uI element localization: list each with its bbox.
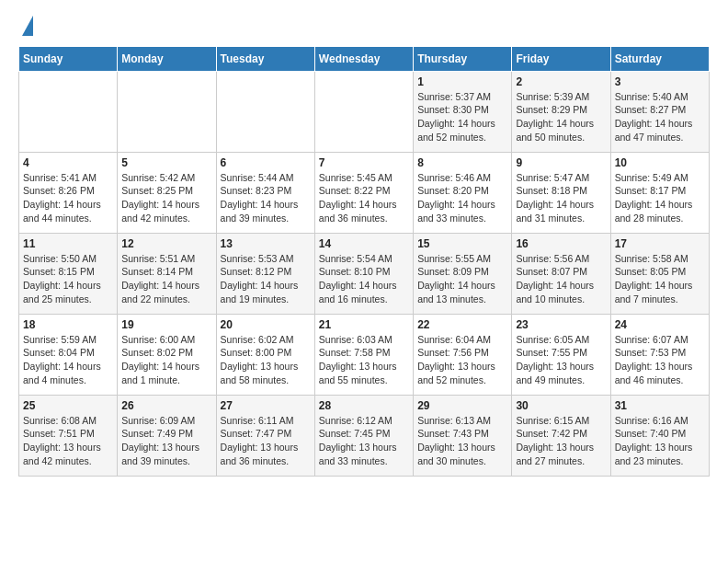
calendar-cell: [19, 71, 118, 152]
calendar-header-row: SundayMondayTuesdayWednesdayThursdayFrid…: [19, 46, 710, 71]
day-info: Sunrise: 5:47 AM Sunset: 8:18 PM Dayligh…: [516, 171, 606, 225]
calendar-cell: 10Sunrise: 5:49 AM Sunset: 8:17 PM Dayli…: [610, 152, 709, 233]
column-header-wednesday: Wednesday: [314, 46, 413, 71]
column-header-tuesday: Tuesday: [216, 46, 314, 71]
day-number: 12: [121, 237, 211, 250]
column-header-monday: Monday: [118, 46, 216, 71]
day-info: Sunrise: 6:02 AM Sunset: 8:00 PM Dayligh…: [221, 333, 311, 387]
day-info: Sunrise: 6:07 AM Sunset: 7:53 PM Dayligh…: [615, 333, 705, 387]
day-info: Sunrise: 5:54 AM Sunset: 8:10 PM Dayligh…: [319, 252, 409, 306]
day-number: 24: [615, 318, 705, 331]
day-info: Sunrise: 5:45 AM Sunset: 8:22 PM Dayligh…: [319, 171, 409, 225]
column-header-thursday: Thursday: [414, 46, 512, 71]
day-number: 21: [319, 318, 409, 331]
day-info: Sunrise: 5:46 AM Sunset: 8:20 PM Dayligh…: [417, 171, 507, 225]
day-number: 26: [121, 399, 211, 412]
calendar-cell: 6Sunrise: 5:44 AM Sunset: 8:23 PM Daylig…: [216, 152, 314, 233]
calendar-cell: 27Sunrise: 6:11 AM Sunset: 7:47 PM Dayli…: [216, 395, 314, 476]
calendar-cell: 2Sunrise: 5:39 AM Sunset: 8:29 PM Daylig…: [512, 71, 610, 152]
calendar-cell: 28Sunrise: 6:12 AM Sunset: 7:45 PM Dayli…: [314, 395, 413, 476]
calendar-cell: 12Sunrise: 5:51 AM Sunset: 8:14 PM Dayli…: [118, 233, 216, 314]
day-info: Sunrise: 6:11 AM Sunset: 7:47 PM Dayligh…: [221, 414, 311, 468]
day-number: 10: [615, 156, 705, 169]
calendar-cell: 19Sunrise: 6:00 AM Sunset: 8:02 PM Dayli…: [118, 314, 216, 395]
calendar-cell: 14Sunrise: 5:54 AM Sunset: 8:10 PM Dayli…: [314, 233, 413, 314]
day-number: 31: [615, 399, 705, 412]
calendar-cell: [118, 71, 216, 152]
day-info: Sunrise: 6:13 AM Sunset: 7:43 PM Dayligh…: [417, 414, 507, 468]
day-number: 1: [417, 75, 507, 88]
day-info: Sunrise: 6:16 AM Sunset: 7:40 PM Dayligh…: [615, 414, 705, 468]
logo: [18, 18, 33, 37]
day-number: 9: [516, 156, 606, 169]
day-info: Sunrise: 5:55 AM Sunset: 8:09 PM Dayligh…: [417, 252, 507, 306]
day-number: 6: [221, 156, 311, 169]
day-info: Sunrise: 5:56 AM Sunset: 8:07 PM Dayligh…: [516, 252, 606, 306]
calendar-week-row: 25Sunrise: 6:08 AM Sunset: 7:51 PM Dayli…: [19, 395, 710, 476]
calendar-cell: 29Sunrise: 6:13 AM Sunset: 7:43 PM Dayli…: [414, 395, 512, 476]
calendar-cell: [314, 71, 413, 152]
calendar-cell: 31Sunrise: 6:16 AM Sunset: 7:40 PM Dayli…: [610, 395, 709, 476]
calendar-cell: 11Sunrise: 5:50 AM Sunset: 8:15 PM Dayli…: [19, 233, 118, 314]
calendar-week-row: 18Sunrise: 5:59 AM Sunset: 8:04 PM Dayli…: [19, 314, 710, 395]
calendar-cell: 16Sunrise: 5:56 AM Sunset: 8:07 PM Dayli…: [512, 233, 610, 314]
day-info: Sunrise: 6:00 AM Sunset: 8:02 PM Dayligh…: [121, 333, 211, 387]
day-number: 5: [121, 156, 211, 169]
calendar-cell: 24Sunrise: 6:07 AM Sunset: 7:53 PM Dayli…: [610, 314, 709, 395]
day-number: 7: [319, 156, 409, 169]
day-number: 13: [221, 237, 311, 250]
day-info: Sunrise: 6:12 AM Sunset: 7:45 PM Dayligh…: [319, 414, 409, 468]
calendar-week-row: 1Sunrise: 5:37 AM Sunset: 8:30 PM Daylig…: [19, 71, 710, 152]
day-number: 15: [417, 237, 507, 250]
day-number: 30: [516, 399, 606, 412]
calendar-cell: 5Sunrise: 5:42 AM Sunset: 8:25 PM Daylig…: [118, 152, 216, 233]
day-number: 3: [615, 75, 705, 88]
day-info: Sunrise: 5:53 AM Sunset: 8:12 PM Dayligh…: [221, 252, 311, 306]
day-number: 11: [23, 237, 113, 250]
calendar-cell: 15Sunrise: 5:55 AM Sunset: 8:09 PM Dayli…: [414, 233, 512, 314]
day-number: 14: [319, 237, 409, 250]
calendar-cell: 17Sunrise: 5:58 AM Sunset: 8:05 PM Dayli…: [610, 233, 709, 314]
day-info: Sunrise: 5:40 AM Sunset: 8:27 PM Dayligh…: [615, 90, 705, 144]
calendar-cell: 30Sunrise: 6:15 AM Sunset: 7:42 PM Dayli…: [512, 395, 610, 476]
day-number: 20: [221, 318, 311, 331]
day-number: 4: [23, 156, 113, 169]
calendar-cell: 3Sunrise: 5:40 AM Sunset: 8:27 PM Daylig…: [610, 71, 709, 152]
day-number: 17: [615, 237, 705, 250]
day-info: Sunrise: 6:15 AM Sunset: 7:42 PM Dayligh…: [516, 414, 606, 468]
day-info: Sunrise: 5:59 AM Sunset: 8:04 PM Dayligh…: [23, 333, 113, 387]
calendar-cell: 18Sunrise: 5:59 AM Sunset: 8:04 PM Dayli…: [19, 314, 118, 395]
day-number: 29: [417, 399, 507, 412]
calendar-cell: 1Sunrise: 5:37 AM Sunset: 8:30 PM Daylig…: [414, 71, 512, 152]
calendar-cell: 26Sunrise: 6:09 AM Sunset: 7:49 PM Dayli…: [118, 395, 216, 476]
day-info: Sunrise: 6:08 AM Sunset: 7:51 PM Dayligh…: [23, 414, 113, 468]
day-info: Sunrise: 5:58 AM Sunset: 8:05 PM Dayligh…: [615, 252, 705, 306]
day-info: Sunrise: 5:37 AM Sunset: 8:30 PM Dayligh…: [417, 90, 507, 144]
calendar-cell: 23Sunrise: 6:05 AM Sunset: 7:55 PM Dayli…: [512, 314, 610, 395]
calendar-cell: 20Sunrise: 6:02 AM Sunset: 8:00 PM Dayli…: [216, 314, 314, 395]
day-number: 23: [516, 318, 606, 331]
column-header-sunday: Sunday: [19, 46, 118, 71]
calendar-cell: 22Sunrise: 6:04 AM Sunset: 7:56 PM Dayli…: [414, 314, 512, 395]
column-header-saturday: Saturday: [610, 46, 709, 71]
day-number: 22: [417, 318, 507, 331]
day-number: 2: [516, 75, 606, 88]
day-number: 18: [23, 318, 113, 331]
day-number: 19: [121, 318, 211, 331]
day-info: Sunrise: 5:39 AM Sunset: 8:29 PM Dayligh…: [516, 90, 606, 144]
column-header-friday: Friday: [512, 46, 610, 71]
calendar-cell: 13Sunrise: 5:53 AM Sunset: 8:12 PM Dayli…: [216, 233, 314, 314]
calendar-cell: 4Sunrise: 5:41 AM Sunset: 8:26 PM Daylig…: [19, 152, 118, 233]
calendar-cell: 25Sunrise: 6:08 AM Sunset: 7:51 PM Dayli…: [19, 395, 118, 476]
day-number: 28: [319, 399, 409, 412]
day-info: Sunrise: 6:09 AM Sunset: 7:49 PM Dayligh…: [121, 414, 211, 468]
day-info: Sunrise: 6:03 AM Sunset: 7:58 PM Dayligh…: [319, 333, 409, 387]
calendar-week-row: 11Sunrise: 5:50 AM Sunset: 8:15 PM Dayli…: [19, 233, 710, 314]
calendar-cell: 9Sunrise: 5:47 AM Sunset: 8:18 PM Daylig…: [512, 152, 610, 233]
day-info: Sunrise: 5:42 AM Sunset: 8:25 PM Dayligh…: [121, 171, 211, 225]
day-number: 16: [516, 237, 606, 250]
day-info: Sunrise: 5:50 AM Sunset: 8:15 PM Dayligh…: [23, 252, 113, 306]
day-info: Sunrise: 5:41 AM Sunset: 8:26 PM Dayligh…: [23, 171, 113, 225]
day-info: Sunrise: 6:05 AM Sunset: 7:55 PM Dayligh…: [516, 333, 606, 387]
calendar-cell: 7Sunrise: 5:45 AM Sunset: 8:22 PM Daylig…: [314, 152, 413, 233]
